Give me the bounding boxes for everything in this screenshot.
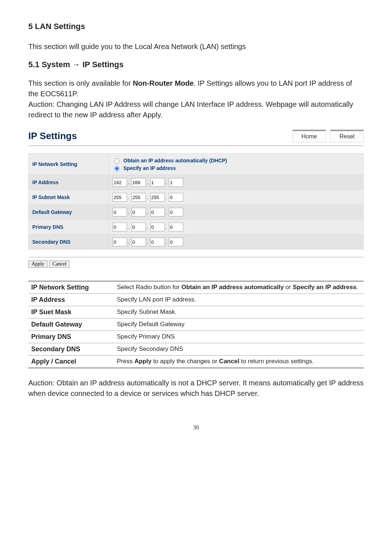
label-network-setting: IP Network Setting	[29, 154, 109, 175]
desc-value: Specify Default Gateway	[114, 319, 364, 331]
para2: Auction: Changing LAN IP Address will ch…	[28, 100, 353, 119]
ip-settings-title: IP Settings	[28, 130, 288, 142]
ip-settings-title-bar: IP Settings Home Reset	[28, 128, 364, 146]
subnet-octet-3[interactable]	[150, 193, 165, 202]
desc-value: Select Radio button for Obtain an IP add…	[114, 281, 364, 294]
pdns-octet-1[interactable]	[113, 223, 127, 231]
auction-note: Auction: Obtain an IP address automatica…	[28, 378, 364, 399]
sdns-octet-1[interactable]	[113, 238, 127, 246]
pdns-octet-2[interactable]	[131, 223, 146, 231]
reset-button[interactable]: Reset	[330, 130, 364, 142]
radio-specify-label: Specify an IP address	[123, 165, 176, 171]
desc-label: Primary DNS	[28, 331, 114, 343]
cancel-button[interactable]: Cancel	[49, 260, 70, 268]
label-secondary-dns: Secondary DNS	[29, 235, 109, 250]
desc-value: Specify Secondary DNS	[114, 343, 364, 356]
para1-a: This section is only available for	[28, 79, 133, 87]
para1-bold: Non-Router Mode	[133, 79, 194, 87]
desc-label: Default Gateway	[28, 319, 114, 331]
desc-label: Secondary DNS	[28, 343, 114, 356]
subnet-octet-1[interactable]	[113, 193, 127, 202]
home-button[interactable]: Home	[293, 130, 326, 142]
label-ip-address: IP Address	[29, 175, 109, 190]
label-subnet: IP Subnet Mask	[29, 190, 109, 205]
gw-octet-3[interactable]	[150, 208, 165, 216]
sdns-octet-3[interactable]	[150, 238, 165, 246]
desc-label: Apply / Cancel	[28, 356, 114, 368]
desc-label: IP Suet Mask	[28, 306, 114, 319]
radio-dhcp-label: Obtain an IP address automatically (DHCP…	[123, 158, 227, 163]
desc-label: IP Network Setting	[28, 281, 114, 294]
ip-settings-form: IP Network Setting Obtain an IP address …	[28, 153, 364, 250]
desc-value: Press Apply to apply the changes or Canc…	[114, 356, 364, 368]
sdns-octet-4[interactable]	[169, 238, 183, 246]
ip-octet-4[interactable]	[169, 178, 183, 187]
label-gateway: Default Gateway	[29, 205, 109, 220]
desc-value: Specify Subnet Mask.	[114, 306, 364, 319]
desc-label: IP Address	[28, 294, 114, 306]
desc-value: Specify LAN port IP address.	[114, 294, 364, 306]
pdns-octet-4[interactable]	[169, 223, 183, 231]
description-table: IP Network Setting Select Radio button f…	[28, 281, 364, 368]
desc-value: Specify Primary DNS	[114, 331, 364, 343]
gw-octet-4[interactable]	[169, 208, 183, 216]
radio-dhcp[interactable]	[114, 158, 119, 163]
subsection-heading: 5.1 System → IP Settings	[28, 60, 364, 69]
label-primary-dns: Primary DNS	[29, 220, 109, 235]
section-heading: 5 LAN Settings	[28, 22, 364, 31]
ip-octet-3[interactable]	[150, 178, 165, 187]
ip-octet-2[interactable]	[131, 178, 146, 187]
gw-octet-1[interactable]	[113, 208, 127, 216]
apply-button[interactable]: Apply	[28, 260, 48, 268]
pdns-octet-3[interactable]	[150, 223, 165, 231]
ip-octet-1[interactable]	[113, 178, 127, 187]
sdns-octet-2[interactable]	[131, 238, 146, 246]
intro-paragraph: This section will guide you to the Local…	[28, 41, 364, 52]
gw-octet-2[interactable]	[131, 208, 146, 216]
form-button-row: Apply Cancel	[28, 257, 364, 268]
subnet-octet-4[interactable]	[169, 193, 183, 202]
subsection-paragraph-1: This section is only available for Non-R…	[28, 78, 364, 120]
subnet-octet-2[interactable]	[131, 193, 146, 202]
radio-specify[interactable]	[114, 166, 119, 171]
page-number: 30	[28, 424, 364, 431]
